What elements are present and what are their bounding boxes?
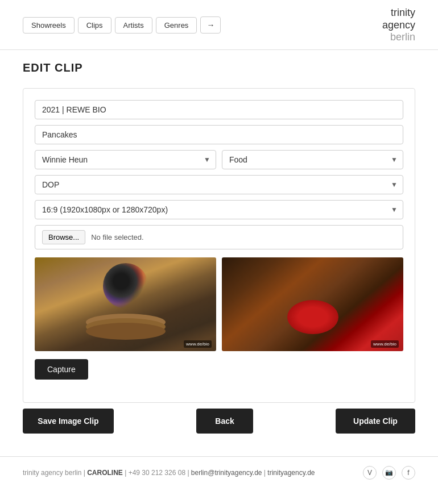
footer-social-icons: V 📷 f <box>363 466 415 480</box>
update-clip-button[interactable]: Update Clip <box>336 409 415 434</box>
format-row: 16:9 (1920x1080px or 1280x720px) 4:3 1:1… <box>35 200 403 219</box>
format-select[interactable]: 16:9 (1920x1080px or 1280x720px) 4:3 1:1 <box>35 200 403 219</box>
vimeo-icon[interactable]: V <box>363 466 377 480</box>
browse-button[interactable]: Browse... <box>42 230 85 244</box>
nav-genres[interactable]: Genres <box>156 17 197 34</box>
main-content: EDIT CLIP Winnie Heun Other Director ▼ F… <box>0 50 438 456</box>
footer-divider <box>0 456 438 457</box>
director-select-wrap: Winnie Heun Other Director ▼ <box>35 150 216 169</box>
capture-button[interactable]: Capture <box>35 359 88 380</box>
watermark-1: www.de/bio <box>184 340 212 348</box>
footer-agency-name: trinity agency berlin | <box>23 469 87 477</box>
action-buttons-row: Save Image Clip Back Update Clip <box>23 409 415 434</box>
edit-clip-form: Winnie Heun Other Director ▼ Food Fashio… <box>23 88 415 403</box>
facebook-icon[interactable]: f <box>402 466 415 480</box>
director-category-row: Winnie Heun Other Director ▼ Food Fashio… <box>35 150 403 169</box>
logout-button[interactable]: → <box>200 16 221 34</box>
dop-row: DOP DOP Option 1 DOP Option 2 ▼ <box>35 175 403 194</box>
thumbnail-row: www.de/bio www.de/bio <box>35 257 403 351</box>
page-title: EDIT CLIP <box>23 61 415 74</box>
nav-clips[interactable]: Clips <box>78 17 111 34</box>
category-select-wrap: Food Fashion Automotive Beauty ▼ <box>222 150 403 169</box>
nav-artists[interactable]: Artists <box>115 17 152 34</box>
thumbnail-chocolate: www.de/bio <box>222 257 403 351</box>
header: Showreels Clips Artists Genres → trinity… <box>0 0 438 50</box>
brand-logo: trinity agency berlin <box>382 7 415 44</box>
footer-contact-text: trinity agency berlin | CAROLINE | +49 3… <box>23 469 354 477</box>
dop-select-wrap: DOP DOP Option 1 DOP Option 2 ▼ <box>35 175 403 194</box>
instagram-icon[interactable]: 📷 <box>382 466 396 480</box>
nav-links: Showreels Clips Artists Genres → <box>23 16 221 34</box>
year-client-input[interactable] <box>35 100 403 119</box>
save-image-clip-button[interactable]: Save Image Clip <box>23 409 114 434</box>
nav-showreels[interactable]: Showreels <box>23 17 75 34</box>
watermark-2: www.de/bio <box>371 340 399 348</box>
file-status-label: No file selected. <box>91 233 144 241</box>
back-button[interactable]: Back <box>196 409 253 434</box>
file-input-row: Browse... No file selected. <box>35 225 403 249</box>
category-select[interactable]: Food Fashion Automotive Beauty <box>222 150 403 169</box>
footer-separator: | <box>262 469 268 477</box>
thumbnail-pancakes: www.de/bio <box>35 257 216 351</box>
format-select-wrap: 16:9 (1920x1080px or 1280x720px) 4:3 1:1… <box>35 200 403 219</box>
footer-contact-name: CAROLINE <box>87 469 123 477</box>
director-select[interactable]: Winnie Heun Other Director <box>35 150 216 169</box>
dop-select[interactable]: DOP DOP Option 1 DOP Option 2 <box>35 175 403 194</box>
clip-name-input[interactable] <box>35 125 403 144</box>
footer-phone: | +49 30 212 326 08 | <box>123 469 191 477</box>
footer: trinity agency berlin | CAROLINE | +49 3… <box>0 466 438 491</box>
footer-email-link[interactable]: berlin@trinityagency.de <box>191 469 262 477</box>
footer-website-link[interactable]: trinityagency.de <box>267 469 315 477</box>
